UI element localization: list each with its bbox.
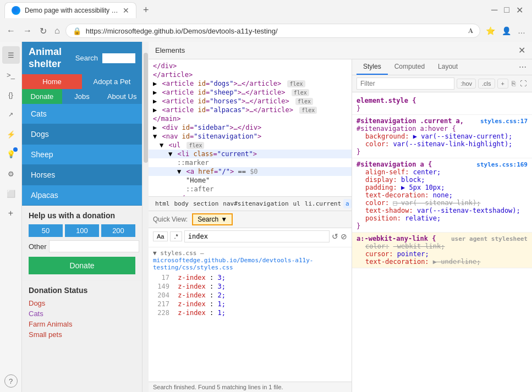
maximize-button[interactable]: □ — [504, 5, 509, 15]
sidebar-icon-sources[interactable]: {} — [2, 86, 20, 103]
breadcrumb-nav[interactable]: nav#sitenavigation — [221, 199, 290, 208]
tab-expand-btn[interactable]: ⋯ — [518, 62, 528, 73]
demo-scroll-thumb[interactable] — [144, 53, 148, 163]
other-amount-input[interactable] — [49, 240, 139, 252]
tree-line-2[interactable]: </article> — [149, 70, 352, 79]
styles-filter-input[interactable] — [357, 78, 454, 90]
file-url[interactable]: microsoftedge.github.io/Demos/devtools-a… — [153, 257, 313, 271]
settings-button[interactable]: … — [515, 24, 528, 37]
tree-line-14[interactable]: "Home" — [149, 176, 352, 185]
tree-line-4[interactable]: ▶ <article id="sheep">…</article> flex — [149, 88, 352, 97]
rule2-prop2: display: block; — [357, 176, 528, 184]
donation-status-title: Donation Status — [29, 286, 135, 295]
sidebar-icon-security[interactable]: ⬜ — [2, 185, 20, 202]
result-line-17[interactable]: 17 z-index : 3; — [149, 273, 352, 282]
breadcrumb-a[interactable]: a — [343, 199, 352, 208]
search-clear-btn[interactable]: ⊘ — [341, 232, 347, 241]
search-size-btn[interactable]: Aa — [153, 231, 168, 241]
hov-filter-btn[interactable]: :hov — [457, 79, 476, 89]
breadcrumb-li[interactable]: li.current — [303, 199, 343, 208]
jobs-nav-btn[interactable]: Jobs — [62, 89, 102, 104]
dogs-item[interactable]: Dogs — [22, 124, 142, 145]
breadcrumb-ul[interactable]: ul — [291, 199, 303, 208]
amount-200-btn[interactable]: 200 — [101, 224, 135, 237]
tab-computed[interactable]: Computed — [388, 59, 431, 75]
sidebar-icon-add[interactable]: + — [2, 205, 20, 222]
tree-line-12[interactable]: ::marker — [149, 158, 352, 167]
about-nav-btn[interactable]: About Us — [102, 89, 142, 104]
demo-scrollbar[interactable] — [142, 42, 149, 392]
sidebar-icon-console[interactable]: >_ — [2, 66, 20, 84]
tab-styles[interactable]: Styles — [357, 59, 388, 75]
copy-style-btn[interactable]: ⎘ — [511, 79, 517, 89]
tab-close-icon[interactable]: ✕ — [123, 6, 129, 15]
element-style-section: element.style { } — [352, 95, 532, 115]
active-tab[interactable]: Demo page with accessibility iss ✕ — [4, 2, 136, 18]
tab-layout[interactable]: Layout — [431, 59, 464, 75]
donate-nav-btn[interactable]: Donate — [22, 89, 62, 104]
refresh-button[interactable]: ↻ — [37, 24, 49, 38]
search-input-field[interactable] — [184, 230, 330, 242]
tree-line-8[interactable]: ▶ <div id="sidebar">…</div> — [149, 123, 352, 132]
quick-view-select[interactable]: Search ▼ — [192, 213, 233, 225]
horses-item[interactable]: Horses — [22, 165, 142, 185]
search-regex-btn[interactable]: .* — [170, 231, 182, 241]
result-line-228[interactable]: 228 z-index : 1; — [149, 308, 352, 317]
rule1-prop2: color: var(--sitenav-link-highlight); — [357, 140, 528, 148]
address-bar[interactable]: 🔒 https://microsoftedge.github.io/Demos/… — [65, 24, 480, 38]
demo-page-wrapper: Animal shelter Search Home Adopt a Pet — [22, 42, 149, 392]
sheep-item[interactable]: Sheep — [22, 145, 142, 165]
tree-line-9[interactable]: ▼ <nav id="sitenavigation"> — [149, 132, 352, 141]
search-refresh-btn[interactable]: ↺ — [332, 232, 338, 241]
rule2-source[interactable]: styles.css:169 — [476, 161, 528, 168]
new-tab-button[interactable]: + — [139, 2, 153, 18]
devtools-close-btn[interactable]: ✕ — [518, 45, 525, 56]
alpacas-item[interactable]: Alpacas — [22, 185, 142, 206]
result-line-217[interactable]: 217 z-index : 1; — [149, 300, 352, 308]
forward-button[interactable]: → — [21, 24, 34, 38]
result-line-204[interactable]: 204 z-index : 2; — [149, 291, 352, 300]
tree-line-3[interactable]: ▶ <article id="dogs">…</article> flex — [149, 79, 352, 88]
result-line-149[interactable]: 149 z-index : 3; — [149, 282, 352, 291]
close-window-button[interactable]: ✕ — [516, 5, 523, 15]
sidebar-icon-performance[interactable]: ⚡ — [2, 125, 20, 143]
sidebar-icon-elements[interactable]: ☰ — [2, 46, 20, 64]
tree-line-7[interactable]: </main> — [149, 114, 352, 123]
add-style-btn[interactable]: + — [497, 79, 508, 89]
lock-icon: 🔒 — [73, 27, 81, 35]
search-input[interactable] — [102, 53, 135, 63]
browser-window: Demo page with accessibility iss ✕ + ─ □… — [0, 0, 532, 392]
sidebar-icon-network[interactable]: ↗ — [2, 106, 20, 123]
sidebar-icon-application[interactable]: ⚙ — [2, 165, 20, 183]
profile-button[interactable]: 👤 — [500, 24, 513, 37]
sidebar-icon-memory[interactable]: 💡 — [2, 145, 20, 163]
read-mode-icon: 𝐀 — [468, 26, 473, 35]
cats-item[interactable]: Cats — [22, 104, 142, 124]
breadcrumb-section[interactable]: section — [191, 199, 221, 208]
donate-button[interactable]: Donate — [29, 257, 135, 274]
favorites-button[interactable]: ⭐ — [484, 24, 497, 37]
back-button[interactable]: ← — [4, 24, 18, 38]
tree-line-10[interactable]: ▼ <ul flex — [149, 141, 352, 150]
tree-line-5[interactable]: ▶ <article id="horses">…</article> flex — [149, 97, 352, 106]
breadcrumb-html[interactable]: html — [153, 199, 172, 208]
tree-line-13[interactable]: ▼ <a href="/"> == $0 — [149, 167, 352, 176]
cls-filter-btn[interactable]: .cls — [478, 79, 495, 89]
expand-style-btn[interactable]: ⛶ — [519, 79, 528, 89]
rule2-prop4: text-decoration: none; — [357, 191, 528, 199]
home-button[interactable]: ⌂ — [52, 24, 62, 38]
breadcrumb-body[interactable]: body — [172, 199, 191, 208]
amount-100-btn[interactable]: 100 — [65, 224, 99, 237]
amount-50-btn[interactable]: 50 — [29, 224, 63, 237]
tree-line-11[interactable]: ▼ <li class="current"> — [149, 150, 352, 158]
tree-line-6[interactable]: ▶ <article id="alpacas">…</article> flex — [149, 106, 352, 114]
rule1-source[interactable]: styles.css:17 — [480, 118, 528, 125]
home-nav-btn[interactable]: Home — [22, 74, 82, 89]
tree-line-15[interactable]: ::after — [149, 185, 352, 194]
minimize-button[interactable]: ─ — [491, 5, 497, 15]
tree-line-1[interactable]: </div> — [149, 62, 352, 70]
sidebar-icon-help[interactable]: ? — [4, 374, 18, 388]
title-bar: Demo page with accessibility iss ✕ + ─ □… — [0, 0, 532, 20]
tab-title: Demo page with accessibility iss — [25, 7, 118, 14]
adopt-nav-btn[interactable]: Adopt a Pet — [82, 74, 142, 89]
